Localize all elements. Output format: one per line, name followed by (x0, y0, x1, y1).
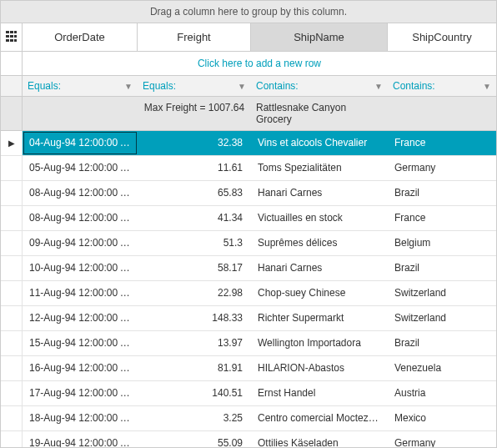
cell-shipname[interactable]: Richter Supermarkt (251, 306, 388, 330)
cell-shipname[interactable]: Centro comercial Moctezuma (251, 406, 388, 430)
summary-orderdate (23, 97, 138, 130)
new-row-button[interactable]: Click here to add a new row (23, 52, 496, 75)
row-indicator: ▶ (1, 131, 23, 155)
cell-freight[interactable]: 65.83 (138, 181, 251, 205)
column-header-shipname[interactable]: ShipName (251, 23, 388, 51)
svg-rect-0 (6, 31, 17, 33)
cell-orderdate[interactable]: 10-Aug-94 12:00:00 AM (23, 256, 138, 280)
cell-freight[interactable]: 3.25 (138, 406, 251, 430)
table-layout-icon (6, 31, 17, 44)
cell-shipcountry[interactable]: Brazil (388, 331, 496, 355)
cell-shipname[interactable]: HILARION-Abastos (251, 356, 388, 380)
cell-freight[interactable]: 81.91 (138, 356, 251, 380)
cell-shipname[interactable]: Chop-suey Chinese (251, 281, 388, 305)
cell-shipcountry[interactable]: Belgium (388, 231, 496, 255)
table-row[interactable]: 16-Aug-94 12:00:00 AM81.91HILARION-Abast… (1, 356, 496, 381)
table-row[interactable]: 19-Aug-94 12:00:00 AM55.09Ottilies Käsel… (1, 431, 496, 447)
cell-shipcountry[interactable]: Brazil (388, 256, 496, 280)
cell-shipcountry[interactable]: France (388, 206, 496, 230)
filter-op-label: Contains: (393, 80, 435, 92)
cell-shipcountry[interactable]: Brazil (388, 181, 496, 205)
cell-shipcountry[interactable]: Germany (388, 431, 496, 447)
cell-freight[interactable]: 22.98 (138, 281, 251, 305)
cell-shipcountry[interactable]: Austria (388, 381, 496, 405)
column-header-shipcountry[interactable]: ShipCountry (388, 23, 496, 51)
table-row[interactable]: 08-Aug-94 12:00:00 AM65.83Hanari CarnesB… (1, 181, 496, 206)
filter-cell-orderdate[interactable]: Equals: ▼ (23, 76, 138, 96)
table-row[interactable]: 10-Aug-94 12:00:00 AM58.17Hanari CarnesB… (1, 256, 496, 281)
filter-cell-freight[interactable]: Equals: ▼ (138, 76, 251, 96)
summary-freight: Max Freight = 1007.64 (138, 97, 251, 130)
cell-shipcountry[interactable]: France (388, 131, 496, 155)
cell-shipcountry[interactable]: Venezuela (388, 356, 496, 380)
filter-icon[interactable]: ▼ (124, 82, 133, 91)
table-row[interactable]: 12-Aug-94 12:00:00 AM148.33Richter Super… (1, 306, 496, 331)
cell-freight[interactable]: 55.09 (138, 431, 251, 447)
cell-orderdate[interactable]: 18-Aug-94 12:00:00 AM (23, 406, 138, 430)
cell-orderdate[interactable]: 11-Aug-94 12:00:00 AM (23, 281, 138, 305)
cell-shipname[interactable]: Toms Spezialitäten (251, 156, 388, 180)
filter-icon[interactable]: ▼ (483, 82, 491, 91)
cell-freight[interactable]: 41.34 (138, 206, 251, 230)
cell-freight[interactable]: 148.33 (138, 306, 251, 330)
filter-row-indicator (1, 76, 23, 96)
layout-chooser-button[interactable] (1, 23, 23, 51)
filter-icon[interactable]: ▼ (374, 82, 383, 91)
column-header-orderdate[interactable]: OrderDate (23, 23, 138, 51)
cell-freight[interactable]: 140.51 (138, 381, 251, 405)
column-header-freight[interactable]: Freight (138, 23, 251, 51)
summary-shipcountry (388, 97, 496, 130)
table-row[interactable]: 11-Aug-94 12:00:00 AM22.98Chop-suey Chin… (1, 281, 496, 306)
cell-shipcountry[interactable]: Germany (388, 156, 496, 180)
row-indicator (1, 306, 23, 330)
filter-cell-shipname[interactable]: Contains: ▼ (251, 76, 388, 96)
cell-shipname[interactable]: Vins et alcools Chevalier (251, 131, 388, 155)
cell-shipname[interactable]: Ottilies Käseladen (251, 431, 388, 447)
svg-rect-2 (6, 39, 17, 42)
table-row[interactable]: 05-Aug-94 12:00:00 AM11.61Toms Spezialit… (1, 156, 496, 181)
table-row[interactable]: 15-Aug-94 12:00:00 AM13.97Wellington Imp… (1, 331, 496, 356)
cell-orderdate[interactable]: 04-Aug-94 12:00:00 AM (23, 131, 138, 155)
cell-orderdate[interactable]: 05-Aug-94 12:00:00 AM (23, 156, 138, 180)
cell-shipname[interactable]: Wellington Importadora (251, 331, 388, 355)
cell-shipname[interactable]: Suprêmes délices (251, 231, 388, 255)
row-indicator (1, 356, 23, 380)
cell-orderdate[interactable]: 09-Aug-94 12:00:00 AM (23, 231, 138, 255)
grid-body[interactable]: ▶04-Aug-94 12:00:00 AM32.38Vins et alcoo… (1, 131, 496, 447)
current-row-arrow-icon: ▶ (8, 138, 15, 148)
cell-shipcountry[interactable]: Mexico (388, 406, 496, 430)
cell-freight[interactable]: 58.17 (138, 256, 251, 280)
cell-shipcountry[interactable]: Switzerland (388, 281, 496, 305)
cell-orderdate[interactable]: 16-Aug-94 12:00:00 AM (23, 356, 138, 380)
cell-orderdate[interactable]: 12-Aug-94 12:00:00 AM (23, 306, 138, 330)
cell-freight[interactable]: 11.61 (138, 156, 251, 180)
cell-shipname[interactable]: Hanari Carnes (251, 256, 388, 280)
cell-orderdate[interactable]: 15-Aug-94 12:00:00 AM (23, 331, 138, 355)
filter-icon[interactable]: ▼ (238, 82, 246, 91)
cell-orderdate[interactable]: 08-Aug-94 12:00:00 AM (23, 206, 138, 230)
row-indicator (1, 231, 23, 255)
cell-freight[interactable]: 13.97 (138, 331, 251, 355)
summary-indicator (1, 97, 23, 130)
row-indicator (1, 156, 23, 180)
cell-freight[interactable]: 32.38 (138, 131, 251, 155)
row-indicator (1, 181, 23, 205)
cell-freight[interactable]: 51.3 (138, 231, 251, 255)
table-row[interactable]: ▶04-Aug-94 12:00:00 AM32.38Vins et alcoo… (1, 131, 496, 156)
cell-shipname[interactable]: Hanari Carnes (251, 181, 388, 205)
filter-op-label: Equals: (143, 80, 176, 92)
cell-orderdate[interactable]: 19-Aug-94 12:00:00 AM (23, 431, 138, 447)
group-panel[interactable]: Drag a column here to group by this colu… (1, 1, 496, 23)
table-row[interactable]: 08-Aug-94 12:00:00 AM41.34Victuailles en… (1, 206, 496, 231)
cell-orderdate[interactable]: 17-Aug-94 12:00:00 AM (23, 381, 138, 405)
table-row[interactable]: 09-Aug-94 12:00:00 AM51.3Suprêmes délice… (1, 231, 496, 256)
table-row[interactable]: 17-Aug-94 12:00:00 AM140.51Ernst HandelA… (1, 381, 496, 406)
cell-shipname[interactable]: Victuailles en stock (251, 206, 388, 230)
cell-shipcountry[interactable]: Switzerland (388, 306, 496, 330)
table-row[interactable]: 18-Aug-94 12:00:00 AM3.25Centro comercia… (1, 406, 496, 431)
filter-row: Equals: ▼ Equals: ▼ Contains: ▼ Contains… (1, 76, 496, 97)
svg-rect-1 (6, 35, 17, 38)
filter-cell-shipcountry[interactable]: Contains: ▼ (388, 76, 496, 96)
cell-shipname[interactable]: Ernst Handel (251, 381, 388, 405)
cell-orderdate[interactable]: 08-Aug-94 12:00:00 AM (23, 181, 138, 205)
